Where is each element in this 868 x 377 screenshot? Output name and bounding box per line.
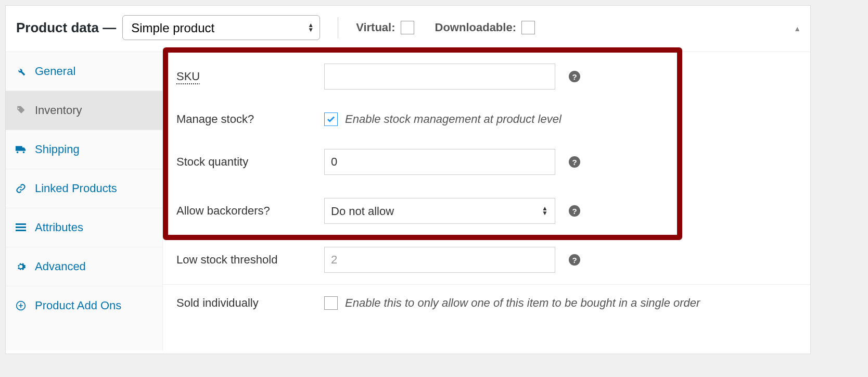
tab-label: Advanced xyxy=(35,260,86,273)
row-sold-individually: Sold individually Enable this to only al… xyxy=(163,285,810,321)
tabs-sidebar: General Inventory Shipping Linked Produc… xyxy=(6,52,163,350)
panel-header: Product data — Simple product ▲▼ Virtual… xyxy=(6,6,810,52)
stock-qty-input[interactable] xyxy=(324,149,555,175)
list-icon xyxy=(15,223,27,232)
tab-advanced[interactable]: Advanced xyxy=(6,247,162,286)
tab-attributes[interactable]: Attributes xyxy=(6,208,162,247)
truck-icon xyxy=(15,145,27,154)
tab-label: Product Add Ons xyxy=(35,299,121,312)
sku-label: SKU xyxy=(176,70,324,83)
svg-rect-2 xyxy=(16,230,26,231)
collapse-toggle-icon[interactable]: ▲ xyxy=(794,24,801,33)
sku-input[interactable] xyxy=(324,64,555,90)
tab-label: Attributes xyxy=(35,221,83,234)
row-low-stock: Low stock threshold ? xyxy=(163,235,810,284)
tag-icon xyxy=(15,105,27,116)
help-icon[interactable]: ? xyxy=(569,254,580,266)
row-manage-stock: Manage stock? Enable stock management at… xyxy=(163,101,810,137)
sold-individually-label: Sold individually xyxy=(176,296,324,310)
tab-general[interactable]: General xyxy=(6,52,162,91)
sold-individually-desc: Enable this to only allow one of this it… xyxy=(345,296,700,310)
backorders-select[interactable]: Do not allow xyxy=(324,198,555,224)
low-stock-input[interactable] xyxy=(324,247,555,273)
plus-circle-icon xyxy=(15,300,27,311)
manage-stock-checkbox[interactable] xyxy=(324,112,338,126)
help-icon[interactable]: ? xyxy=(569,71,580,82)
help-icon[interactable]: ? xyxy=(569,205,580,217)
gear-icon xyxy=(15,261,27,272)
stock-qty-label: Stock quantity xyxy=(176,155,324,169)
manage-stock-desc: Enable stock management at product level xyxy=(345,112,561,126)
svg-rect-0 xyxy=(16,223,26,225)
downloadable-checkbox[interactable] xyxy=(521,21,535,34)
help-icon[interactable]: ? xyxy=(569,156,580,168)
panel-title: Product data — xyxy=(16,20,116,36)
tab-inventory[interactable]: Inventory xyxy=(6,91,162,130)
tab-label: Shipping xyxy=(35,143,80,156)
svg-rect-1 xyxy=(16,227,26,228)
tab-product-addons[interactable]: Product Add Ons xyxy=(6,286,162,325)
row-stock-quantity: Stock quantity ? xyxy=(163,137,810,186)
backorders-label: Allow backorders? xyxy=(176,204,324,218)
tab-linked-products[interactable]: Linked Products xyxy=(6,169,162,208)
low-stock-label: Low stock threshold xyxy=(176,253,324,267)
sold-individually-checkbox[interactable] xyxy=(324,296,338,310)
tab-label: Linked Products xyxy=(35,182,117,195)
row-sku: SKU ? xyxy=(163,52,810,101)
content-area: SKU ? Manage stock? Enable stock managem… xyxy=(163,52,810,350)
product-type-select[interactable]: Simple product xyxy=(122,15,320,40)
panel-body: General Inventory Shipping Linked Produc… xyxy=(6,52,810,350)
manage-stock-label: Manage stock? xyxy=(176,112,324,126)
tab-label: Inventory xyxy=(35,104,82,117)
divider xyxy=(338,17,338,38)
product-data-panel: Product data — Simple product ▲▼ Virtual… xyxy=(5,5,811,354)
virtual-label: Virtual: xyxy=(356,21,395,34)
tab-label: General xyxy=(35,65,75,78)
downloadable-label: Downloadable: xyxy=(435,21,516,34)
link-icon xyxy=(15,183,27,194)
wrench-icon xyxy=(15,66,27,77)
tab-shipping[interactable]: Shipping xyxy=(6,130,162,169)
row-backorders: Allow backorders? Do not allow ▲▼ ? xyxy=(163,186,810,235)
virtual-checkbox[interactable] xyxy=(401,21,414,34)
